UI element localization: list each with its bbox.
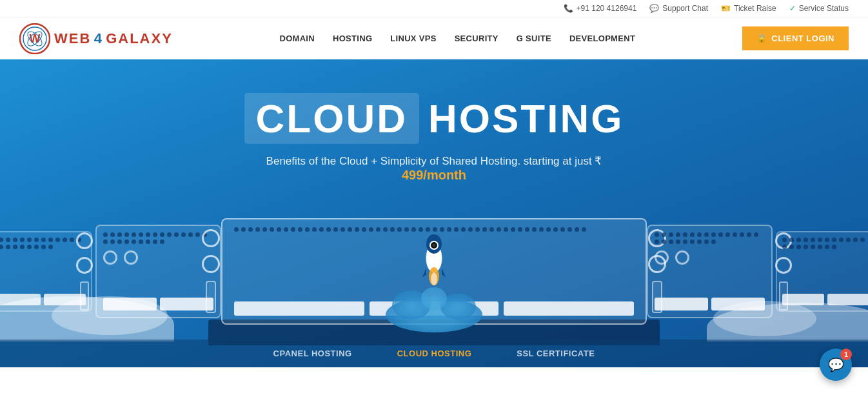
service-status-text: Service Status xyxy=(799,4,849,13)
tab-cloud-hosting[interactable]: CLOUD HOSTING xyxy=(397,349,472,358)
navbar: 📞 +91 120 4126941 💬 Support Chat 🎫 Ticke… xyxy=(0,0,868,59)
phone-item[interactable]: 📞 +91 120 4126941 xyxy=(564,4,637,13)
nav-linux-vps[interactable]: LINUX VPS xyxy=(390,34,436,43)
svg-point-8 xyxy=(433,244,436,247)
nav-g-suite[interactable]: G SUITE xyxy=(517,34,551,43)
nav-domain[interactable]: DOMAIN xyxy=(279,34,315,43)
hero-title-cloud: CLOUD xyxy=(244,93,419,144)
hero-price: 499/month xyxy=(402,168,466,182)
hero-section: CLOUD HOSTING Benefits of the Cloud + Si… xyxy=(0,59,868,367)
support-chat-text: Support Chat xyxy=(662,4,708,13)
tab-cpanel-hosting[interactable]: CPANEL HOSTING xyxy=(273,349,352,358)
top-bar: 📞 +91 120 4126941 💬 Support Chat 🎫 Ticke… xyxy=(0,0,868,17)
svg-marker-9 xyxy=(422,268,426,278)
logo-emblem: W xyxy=(19,23,50,54)
service-status-item[interactable]: ✓ Service Status xyxy=(789,4,849,13)
phone-icon: 📞 xyxy=(564,4,573,13)
brand-text: WEB 4 GALAXY xyxy=(54,30,173,47)
nav-hosting[interactable]: HOSTING xyxy=(333,34,372,43)
ticket-raise-text: Ticket Raise xyxy=(734,4,776,13)
server-far-right xyxy=(776,231,868,312)
bottom-tabs: CPANEL HOSTING CLOUD HOSTING SSL CERTIFI… xyxy=(0,340,868,367)
nav-links: DOMAIN HOSTING LINUX VPS SECURITY G SUIT… xyxy=(279,34,635,43)
hero-title-hosting: HOSTING xyxy=(428,96,624,141)
server-right xyxy=(647,225,773,318)
svg-marker-10 xyxy=(442,268,446,278)
chat-icon: 💬 xyxy=(649,4,659,13)
connector-far-left xyxy=(76,231,93,312)
hero-subtitle: Benefits of the Cloud + Simplicity of Sh… xyxy=(266,154,602,183)
client-login-button[interactable]: 🔒 CLIENT LOGIN xyxy=(742,26,849,50)
support-chat-item[interactable]: 💬 Support Chat xyxy=(649,4,708,13)
client-login-label: CLIENT LOGIN xyxy=(771,34,834,43)
phone-text: +91 120 4126941 xyxy=(577,4,637,13)
hero-subtitle-text: Benefits of the Cloud + Simplicity of Sh… xyxy=(266,155,602,167)
hero-title: CLOUD HOSTING xyxy=(244,93,624,144)
svg-point-12 xyxy=(431,272,437,285)
nav-security[interactable]: SECURITY xyxy=(455,34,498,43)
nav-development[interactable]: DEVELOPMENT xyxy=(569,34,635,43)
ticket-raise-item[interactable]: 🎫 Ticket Raise xyxy=(721,4,776,13)
chat-badge: 1 xyxy=(840,349,852,360)
logo[interactable]: W WEB 4 GALAXY xyxy=(19,23,173,54)
rocket xyxy=(382,232,486,332)
tab-ssl-certificate[interactable]: SSL CERTIFICATE xyxy=(517,349,595,358)
svg-text:W: W xyxy=(30,32,41,45)
main-navbar: W WEB 4 GALAXY DOMAIN HOSTING LINUX VPS … xyxy=(0,17,868,59)
ticket-icon: 🎫 xyxy=(721,4,731,13)
server-illustration xyxy=(0,197,868,345)
connector-left xyxy=(202,225,220,318)
status-icon: ✓ xyxy=(789,4,796,13)
lock-icon: 🔒 xyxy=(756,34,767,43)
